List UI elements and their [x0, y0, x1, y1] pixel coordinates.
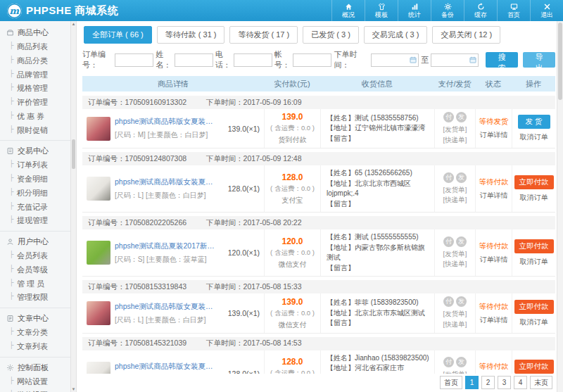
scroll-up-arrow[interactable]: ▲ — [71, 21, 76, 27]
order-tab[interactable]: 全部订单 ( 66 ) — [84, 26, 152, 44]
nav-item-statistics[interactable]: 统计 — [398, 0, 431, 21]
sidebar-item[interactable]: 商品分类 — [0, 54, 70, 68]
action-button[interactable]: 立即付款 — [514, 360, 554, 374]
page-button[interactable]: 3 — [498, 376, 511, 389]
search-field-input[interactable] — [293, 53, 331, 67]
freight-note: ( 含运费：0.0 ) — [270, 309, 315, 318]
action-button[interactable]: 发 货 — [518, 115, 550, 129]
search-field-input[interactable] — [115, 53, 153, 67]
sidebar-item[interactable]: 资金明细 — [0, 172, 70, 186]
date-from-wrap — [371, 53, 419, 67]
express-doc-link[interactable]: [快递单] — [443, 195, 467, 206]
express-doc-link[interactable]: [快递单] — [443, 259, 467, 270]
cancel-order-link[interactable]: 取消订单 — [520, 132, 548, 142]
product-thumbnail[interactable] — [87, 241, 110, 265]
sidebar-item[interactable]: 网站设置 — [0, 375, 70, 389]
page-button[interactable]: 1 — [465, 376, 479, 389]
main-scroll-thumb[interactable] — [558, 23, 562, 100]
sidebar-item[interactable]: 优 惠 券 — [0, 110, 70, 124]
order-tab[interactable]: 等待付款 ( 31 ) — [157, 26, 225, 44]
nav-item-logout[interactable]: 退出 — [530, 0, 563, 21]
date-from-input[interactable] — [371, 53, 419, 67]
nav-item-backup[interactable]: 备份 — [431, 0, 464, 21]
sidebar-scroll-thumb[interactable] — [72, 139, 75, 169]
pagination: 首页1234末页 — [82, 374, 555, 391]
search-field-input[interactable] — [175, 53, 213, 67]
order-number: 订单编号：170508202205266 — [88, 218, 186, 228]
express-doc-link[interactable]: [快递单] — [443, 320, 467, 330]
order-tab[interactable]: 交易完成 ( 3 ) — [364, 26, 428, 44]
sidebar-item[interactable]: 充值记录 — [0, 201, 70, 215]
express-doc-link[interactable]: [快递单] — [443, 135, 467, 146]
page-button[interactable]: 末页 — [530, 376, 552, 389]
shipping-doc-link[interactable]: [发货单] — [443, 125, 467, 135]
shipping-doc-link[interactable]: [发货单] — [443, 309, 467, 320]
product-spec: [尺码：L] [主要颜色：白日梦] — [115, 191, 220, 201]
status-cell: 等待付款 订单详情 — [475, 229, 512, 276]
recipient-address: 【地址】河北省石家庄市Xinhualu — [327, 363, 430, 374]
recipient-message: 【留言】 — [327, 199, 355, 210]
sidebar-item[interactable]: 品牌管理 — [0, 68, 70, 82]
cancel-order-link[interactable]: 取消订单 — [520, 317, 548, 327]
nav-item-template[interactable]: 模板 — [365, 0, 398, 21]
product-title-link[interactable]: phpshe测试商品韩版女夏装新款系带流苏拼接V领七分袖衬衫 — [115, 117, 220, 127]
sidebar-item[interactable]: 文章列表 — [0, 340, 70, 354]
sidebar-item[interactable]: 商品列表 — [0, 40, 70, 54]
sidebar-item[interactable]: 提现管理 — [0, 214, 70, 228]
order-tab[interactable]: 交易关闭 ( 12 ) — [432, 26, 500, 44]
action-button[interactable]: 立即付款 — [514, 300, 554, 314]
sidebar-item[interactable]: 规格管理 — [0, 82, 70, 96]
sidebar-item[interactable]: 限时促销 — [0, 124, 70, 138]
unit-price: 139.0(×1) — [224, 309, 262, 317]
sidebar-item[interactable]: 管理权限 — [0, 291, 70, 305]
nav-item-overview[interactable]: 概况 — [331, 0, 365, 21]
order-row: phpshe测试商品韩版女夏装新款系带流苏拼接V领七分袖衬衫 [尺码：L] [主… — [82, 293, 555, 333]
export-button[interactable]: 导出 — [523, 52, 555, 68]
cancel-order-link[interactable]: 取消订单 — [520, 193, 548, 203]
page-button[interactable]: 首页 — [440, 376, 462, 389]
product-title-link[interactable]: phpshe测试商品韩版女夏装新款系带流苏拼接V领七分袖衬衫 — [115, 302, 220, 312]
cancel-order-link[interactable]: 取消订单 — [520, 257, 548, 267]
nav-item-homepage[interactable]: 首页 — [497, 0, 530, 21]
sidebar-item[interactable]: 积分明细 — [0, 186, 70, 201]
order-number: 订单编号：170509124807308 — [88, 154, 186, 164]
product-title-link[interactable]: phpshe测试商品夏装2017新款宽松荷叶边喇叭袖露肩衬衫女预 — [115, 241, 220, 251]
sidebar-item[interactable]: 会员列表 — [0, 249, 70, 263]
unit-price: 120.0(×1) — [224, 248, 262, 257]
order-tab[interactable]: 已发货 ( 3 ) — [303, 26, 359, 44]
order-detail-link[interactable]: 订单详情 — [480, 315, 508, 325]
order-detail-link[interactable]: 订单详情 — [480, 130, 508, 140]
sidebar-item[interactable]: 微信设置 — [0, 388, 70, 392]
sidebar-item[interactable]: 评价管理 — [0, 96, 70, 110]
order-detail-link[interactable]: 订单详情 — [480, 191, 508, 201]
order-detail-link[interactable]: 订单详情 — [480, 255, 508, 265]
page-button[interactable]: 2 — [481, 376, 495, 389]
product-thumbnail[interactable] — [87, 177, 110, 201]
action-button[interactable]: 立即付款 — [514, 239, 554, 253]
search-field-input[interactable] — [234, 53, 272, 67]
payship-cell: 付 发 [发货单] [快递单] — [434, 165, 475, 212]
sidebar-item[interactable]: 管 理 员 — [0, 277, 70, 291]
product-title-link[interactable]: phpshe测试商品韩版女装夏装新款韩范衬衣系带V领七分袖衬衫 — [115, 177, 220, 187]
search-button[interactable]: 搜索 — [486, 52, 518, 68]
scroll-down-arrow[interactable]: ▼ — [71, 386, 76, 392]
product-thumbnail[interactable] — [87, 117, 110, 141]
sidebar-item[interactable]: 会员等级 — [0, 263, 70, 277]
product-info: phpshe测试商品韩版女夏装新款系带流苏拼接V领七分袖衬衫 [尺码：M] [主… — [115, 117, 220, 140]
product-title-link[interactable]: phpshe测试商品韩版女装夏装新款韩范衬衣系带V领七分袖衬衫 — [115, 362, 220, 372]
nav-item-cache[interactable]: 缓存 — [464, 0, 497, 21]
action-button[interactable]: 立即付款 — [514, 175, 554, 189]
shipping-doc-link[interactable]: [发货单] — [443, 185, 467, 196]
gear-icon — [6, 364, 14, 372]
status-cell: 等待付款 订单详情 — [475, 165, 512, 212]
sidebar-item[interactable]: 订单列表 — [0, 158, 70, 172]
shipping-doc-link[interactable]: [发货单] — [443, 249, 467, 260]
page-button[interactable]: 4 — [514, 376, 527, 389]
order-time: 下单时间：2017-05-08 15:33 — [206, 282, 301, 292]
sidebar-item[interactable]: 文章分类 — [0, 326, 70, 340]
date-to-input[interactable] — [431, 53, 479, 67]
order-tab[interactable]: 等待发货 ( 17 ) — [229, 26, 298, 44]
product-thumbnail[interactable] — [87, 362, 110, 374]
sidebar-section-goods-title: 商品中心 — [0, 25, 70, 40]
product-thumbnail[interactable] — [87, 301, 110, 325]
